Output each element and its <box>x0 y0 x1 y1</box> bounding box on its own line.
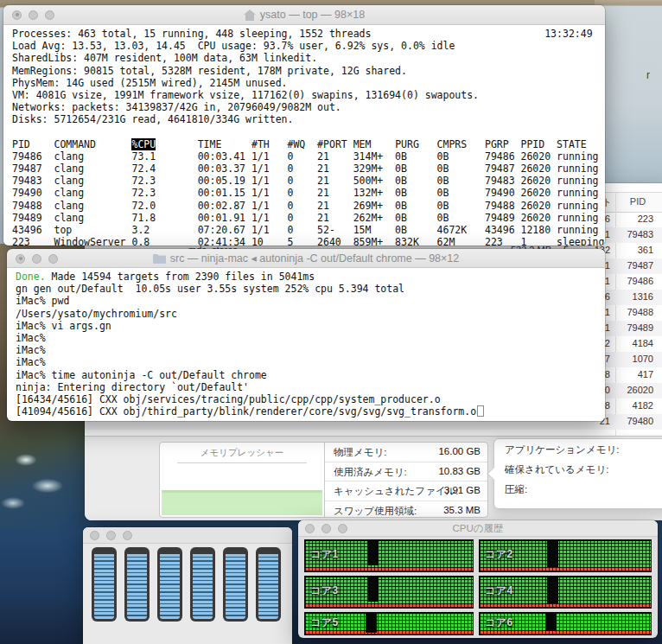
close-button[interactable] <box>90 531 99 540</box>
memory-detail-popover: アプリケーションメモリ:6.03 GB 確保されているメモリ:2.46 GB 圧… <box>493 438 662 509</box>
top-summary-line: MemRegions: 90815 total, 5328M resident,… <box>12 65 605 77</box>
gauge-fill <box>127 550 147 619</box>
process-row: 79490 clang 72.3 00:01.15 1/1 0 21 132M+… <box>12 187 605 199</box>
stat-row: 物理メモリ:16.00 GB <box>325 443 487 462</box>
cpu-history-core4: コア4 <box>479 576 652 609</box>
memory-pressure-title: メモリプレッシャー <box>160 447 324 459</box>
cell-pid: 4182 <box>615 400 653 411</box>
process-row: 79487 clang 72.4 00:03.37 1/1 0 21 329M+… <box>12 163 605 175</box>
top-summary-line: Disks: 5712654/231G read, 4641810/334G w… <box>12 113 605 125</box>
stat-value: 10.83 GB <box>438 466 481 476</box>
history-dip <box>547 539 558 567</box>
minimize-button[interactable] <box>106 531 116 540</box>
shell-line-last: [41094/45616] CXX obj/third_party/blink/… <box>16 405 605 418</box>
popover-label: 圧縮: <box>505 483 527 496</box>
cell-pid: 79488 <box>615 307 653 317</box>
history-system-band <box>480 603 651 608</box>
cell-pid: 417 <box>615 369 653 379</box>
shell-line: ninja: Entering directory `out/Default' <box>16 381 605 393</box>
core-label: コア6 <box>485 615 513 630</box>
terminal-window-ninja[interactable]: src — ninja-mac ◂ autoninja -C out/Defau… <box>7 249 605 421</box>
history-system-band <box>480 567 651 571</box>
core-label: コア3 <box>310 583 339 598</box>
cell-pid: 361 <box>615 245 653 255</box>
cpu-core-gauge-3 <box>157 547 182 622</box>
desktop-icon-label-fragment: r <box>646 69 650 81</box>
column-header-pid[interactable]: PID <box>619 196 657 207</box>
cpu-core-gauge-1 <box>92 547 117 622</box>
folder-icon <box>153 253 166 264</box>
build-line-text: [41094/45616] CXX obj/third_party/blink/… <box>16 405 476 418</box>
window-title-text: ysato — top — 98×18 <box>260 9 365 21</box>
process-row: 79486 clang 73.1 00:03.41 1/1 0 21 314M+… <box>12 150 605 163</box>
cell-pid: 79480 <box>615 416 653 426</box>
cpu-history-core3: コア3 <box>304 576 474 609</box>
history-system-band <box>305 603 473 608</box>
gauge-fill <box>258 550 278 619</box>
cell-pid: 223 <box>615 214 653 224</box>
process-row: 79483 clang 72.3 00:05.19 1/1 0 21 500M+… <box>12 175 605 187</box>
popover-row: 圧縮:2.34 GB <box>494 479 662 499</box>
window-title: src — ninja-mac ◂ autoninja -C out/Defau… <box>7 249 605 267</box>
cell-pid: 1316 <box>615 291 653 302</box>
header-pre: PID COMMAND <box>12 138 131 150</box>
stat-row: 使用済みメモリ:10.83 GB <box>325 462 487 482</box>
popover-label: 確保されているメモリ: <box>505 463 608 476</box>
stat-label: キャッシュされたファイル: <box>334 485 458 498</box>
cpu-usage-titlebar[interactable] <box>83 527 292 544</box>
stat-value: 35.3 MB <box>443 505 481 515</box>
top-output: Processes: 463 total, 15 running, 448 sl… <box>3 25 605 245</box>
memory-stats: 物理メモリ:16.00 GB 使用済みメモリ:10.83 GB キャッシュされた… <box>325 443 487 517</box>
gauge-fill <box>94 550 114 619</box>
desktop: r ト PID 46223 2179483 mds_stores 533.2 M… <box>0 0 662 644</box>
cpu-core-gauge-2 <box>124 547 150 622</box>
blank-line <box>12 126 605 138</box>
stat-row: キャッシュされたファイル:3.91 GB <box>325 481 487 501</box>
popover-row: アプリケーションメモリ:6.03 GB <box>494 439 662 459</box>
shell-line: [16434/45616] CXX obj/services/tracing/p… <box>16 393 605 405</box>
cpu-core-gauge-4 <box>190 547 215 622</box>
terminal-cursor <box>477 405 484 417</box>
cpu-usage-window[interactable] <box>83 527 292 644</box>
gauge-fill <box>226 550 245 619</box>
shell-line: iMac% <box>16 356 605 368</box>
cpu-history-titlebar[interactable]: CPUの履歴 <box>298 520 658 537</box>
memory-summary-pane: メモリプレッシャー 物理メモリ:16.00 GB 使用済みメモリ:10.83 G… <box>85 436 662 520</box>
terminal-window-top[interactable]: ysato — top — 98×18 Processes: 463 total… <box>3 5 605 245</box>
history-dip <box>545 612 557 631</box>
core-label: コア4 <box>485 583 513 598</box>
cpu-core-gauge-5 <box>223 547 248 622</box>
process-row-last: 223 WindowServer 0.8 02:41:34 10 5 2640 … <box>12 236 605 245</box>
terminal-top-content[interactable]: Processes: 463 total, 15 running, 448 sl… <box>3 25 605 245</box>
terminal-top-titlebar[interactable]: ysato — top — 98×18 <box>3 5 605 25</box>
shell-line: iMac% <box>16 344 605 356</box>
shell-output: Done. Made 14594 targets from 2390 files… <box>7 268 605 418</box>
stat-row: スワップ使用領域:35.3 MB <box>325 501 487 520</box>
terminal-ninja-content[interactable]: Done. Made 14594 targets from 2390 files… <box>7 268 605 421</box>
core-label: コア1 <box>310 547 339 562</box>
header-post: TIME #TH #WQ #PORT MEM PURG CMPRS PGRP P… <box>156 138 587 150</box>
sort-column-highlight: %CPU <box>131 138 156 150</box>
process-row-text: 223 WindowServer 0.8 02:41:34 10 5 2640 … <box>12 236 604 245</box>
window-title-text: CPUの履歴 <box>452 522 503 535</box>
zoom-button[interactable] <box>123 531 132 540</box>
top-summary-line: Processes: 463 total, 15 running, 448 sl… <box>12 28 605 40</box>
shell-line: /Users/ysato/mychromium/src <box>16 308 605 320</box>
cpu-history-window[interactable]: CPUの履歴 コア1 コア2 コア3 コア4 コア5 コア6 <box>298 520 658 638</box>
cell-pid: 79487 <box>615 260 653 271</box>
cell-pid: 26020 <box>615 385 653 395</box>
terminal-ninja-titlebar[interactable]: src — ninja-mac ◂ autoninja -C out/Defau… <box>7 249 605 268</box>
stat-label: 使用済みメモリ: <box>334 466 407 479</box>
traffic-lights <box>90 531 132 540</box>
history-system-band <box>305 630 473 634</box>
history-dip <box>367 539 379 565</box>
history-system-band <box>305 567 473 571</box>
shell-line: iMac% vi args.gn <box>16 320 605 332</box>
shell-line: iMac% pwd <box>16 295 605 307</box>
top-summary-line: PhysMem: 14G used (2515M wired), 2145M u… <box>12 77 605 89</box>
shell-line: gn gen out/Default 10.05s user 3.55s sys… <box>16 283 605 295</box>
cpu-history-core6: コア6 <box>479 612 652 635</box>
top-table-header: PID COMMAND %CPU TIME #TH #WQ #PORT MEM … <box>12 138 605 150</box>
top-summary-line: SharedLibs: 407M resident, 100M data, 63… <box>12 52 605 64</box>
history-system-band <box>480 630 651 634</box>
